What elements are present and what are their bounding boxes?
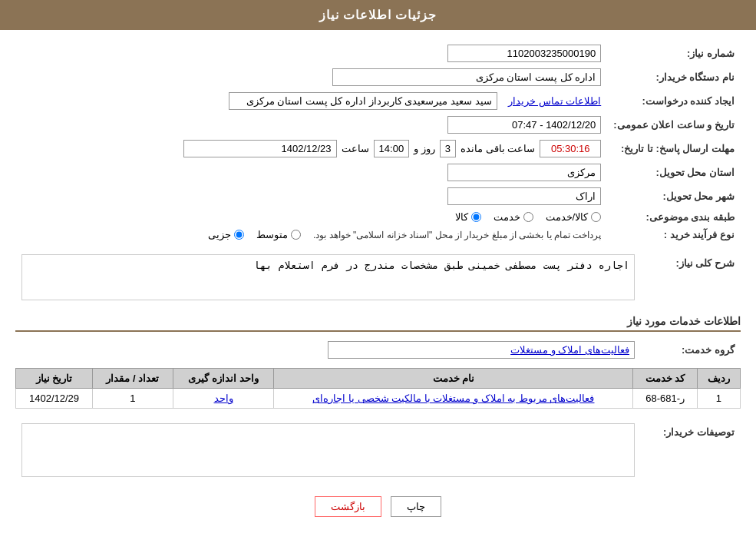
- purchase-label-minor: جزیی: [208, 229, 231, 240]
- creator-value: اطلاعات تماس خریدار سید سعید میرسعیدی کا…: [15, 89, 607, 113]
- services-header-row: ردیف کد خدمت نام خدمت واحد اندازه گیری ت…: [16, 369, 741, 389]
- deadline-time-input[interactable]: 14:00: [374, 140, 410, 157]
- services-table-header: ردیف کد خدمت نام خدمت واحد اندازه گیری ت…: [16, 369, 741, 389]
- page-header: جزئیات اطلاعات نیاز: [0, 0, 756, 30]
- city-value: اراک: [15, 184, 607, 208]
- province-value: مرکزی: [15, 161, 607, 184]
- creator-row: ایجاد کننده درخواست: اطلاعات تماس خریدار…: [15, 89, 741, 113]
- need-number-label: شماره نیاز:: [607, 41, 741, 65]
- purchase-type-value: پرداخت تمام یا بخشی از مبلغ خریدار از مح…: [15, 226, 607, 243]
- footer-buttons: چاپ بازگشت: [15, 496, 741, 517]
- category-option-goods[interactable]: کالا: [455, 211, 481, 223]
- category-options: کالا/خدمت خدمت کالا: [15, 208, 607, 226]
- description-value-cell: اجاره دفتر پست مصطفی خمینی طبق مشخصات من…: [15, 251, 641, 306]
- buyer-notes-row: توصیفات خریدار:: [15, 420, 741, 482]
- province-label: استان محل تحویل:: [607, 161, 741, 184]
- purchase-type-inner: پرداخت تمام یا بخشی از مبلغ خریدار از مح…: [21, 229, 601, 240]
- announcement-date-input[interactable]: 1402/12/20 - 07:47: [447, 116, 601, 134]
- cell-unit: واحد: [173, 389, 274, 409]
- category-option-service-goods[interactable]: کالا/خدمت: [546, 211, 602, 223]
- col-date: تاریخ نیاز: [16, 369, 93, 389]
- category-radio-service-goods[interactable]: [591, 212, 601, 222]
- deadline-days-input[interactable]: 3: [440, 140, 456, 157]
- city-row: شهر محل تحویل: اراک: [15, 184, 741, 208]
- announcement-label: تاریخ و ساعت اعلان عمومی:: [607, 113, 741, 137]
- col-service-code: کد خدمت: [633, 369, 698, 389]
- back-button[interactable]: بازگشت: [315, 496, 381, 517]
- cell-quantity: 1: [93, 389, 173, 409]
- buyer-notes-table: توصیفات خریدار:: [15, 420, 741, 482]
- province-input[interactable]: مرکزی: [447, 164, 601, 181]
- category-label-goods: کالا: [455, 211, 468, 223]
- cell-service-code: ر-681-68: [633, 389, 698, 409]
- buyer-org-label: نام دستگاه خریدار:: [607, 65, 741, 89]
- category-label: طبقه بندی موضوعی:: [607, 208, 741, 226]
- deadline-date-input[interactable]: 1402/12/23: [183, 140, 337, 157]
- col-row-number: ردیف: [697, 369, 740, 389]
- services-table-body: 1 ر-681-68 فعالیت‌های مربوط به املاک و م…: [16, 389, 741, 409]
- category-label-service-goods: کالا/خدمت: [546, 211, 589, 223]
- buyer-notes-label: توصیفات خریدار:: [641, 420, 741, 482]
- services-section-title: اطلاعات خدمات مورد نیاز: [15, 315, 741, 332]
- cell-row-number: 1: [697, 389, 740, 409]
- group-service-row: گروه خدمت: فعالیت‌های املاک و مستغلات: [15, 338, 741, 362]
- table-row: 1 ر-681-68 فعالیت‌های مربوط به املاک و م…: [16, 389, 741, 409]
- col-unit: واحد اندازه گیری: [173, 369, 274, 389]
- purchase-radio-minor[interactable]: [234, 230, 244, 240]
- purchase-type-text: پرداخت تمام یا بخشی از مبلغ خریدار از مح…: [313, 230, 601, 240]
- print-button[interactable]: چاپ: [391, 496, 441, 517]
- purchase-label-medium: متوسط: [256, 229, 288, 240]
- deadline-label: مهلت ارسال پاسخ: تا تاریخ:: [607, 137, 741, 161]
- need-number-value: 1102003235000190: [15, 41, 607, 65]
- description-section: شرح کلی نیاز: اجاره دفتر پست مصطفی خمینی…: [15, 251, 741, 306]
- purchase-radio-medium[interactable]: [291, 230, 301, 240]
- group-service-label: گروه خدمت:: [641, 338, 741, 362]
- buyer-org-value: اداره کل پست استان مرکزی: [15, 65, 607, 89]
- category-radio-group: کالا/خدمت خدمت کالا: [21, 211, 601, 223]
- category-label-service: خدمت: [494, 211, 520, 223]
- purchase-type-row: نوع فرآیند خرید : پرداخت تمام یا بخشی از…: [15, 226, 741, 243]
- services-data-table: ردیف کد خدمت نام خدمت واحد اندازه گیری ت…: [15, 368, 741, 409]
- announcement-row: تاریخ و ساعت اعلان عمومی: 1402/12/20 - 0…: [15, 113, 741, 137]
- service-name-link[interactable]: فعالیت‌های مربوط به املاک و مستغلات با م…: [312, 393, 594, 404]
- cell-service-name: فعالیت‌های مربوط به املاک و مستغلات با م…: [274, 389, 633, 409]
- group-service-link[interactable]: فعالیت‌های املاک و مستغلات: [510, 344, 629, 356]
- city-label: شهر محل تحویل:: [607, 184, 741, 208]
- deadline-inner-row: 05:30:16 ساعت باقی مانده 3 روز و 14:00 س…: [21, 140, 601, 157]
- category-radio-goods[interactable]: [471, 212, 481, 222]
- buyer-notes-textarea[interactable]: [21, 423, 635, 477]
- deadline-days-label: روز و: [414, 143, 435, 154]
- category-row: طبقه بندی موضوعی: کالا/خدمت خدمت: [15, 208, 741, 226]
- purchase-type-label: نوع فرآیند خرید :: [607, 226, 741, 243]
- unit-link[interactable]: واحد: [214, 393, 233, 404]
- group-service-table: گروه خدمت: فعالیت‌های املاک و مستغلات: [15, 338, 741, 362]
- page-title: جزئیات اطلاعات نیاز: [319, 8, 437, 22]
- creator-label: ایجاد کننده درخواست:: [607, 89, 741, 113]
- deadline-row: مهلت ارسال پاسخ: تا تاریخ: 05:30:16 ساعت…: [15, 137, 741, 161]
- deadline-remaining-label: ساعت باقی مانده: [461, 143, 535, 154]
- province-row: استان محل تحویل: مرکزی: [15, 161, 741, 184]
- need-number-row: شماره نیاز: 1102003235000190: [15, 41, 741, 65]
- buyer-notes-value-cell: [15, 420, 641, 482]
- description-row: شرح کلی نیاز: اجاره دفتر پست مصطفی خمینی…: [15, 251, 741, 306]
- category-option-service[interactable]: خدمت: [494, 211, 533, 223]
- group-service-value: فعالیت‌های املاک و مستغلات: [15, 338, 641, 362]
- main-content: شماره نیاز: 1102003235000190 نام دستگاه …: [0, 30, 756, 540]
- creator-link[interactable]: اطلاعات تماس خریدار: [508, 95, 601, 107]
- group-service-input[interactable]: فعالیت‌های املاک و مستغلات: [328, 341, 635, 359]
- purchase-option-medium[interactable]: متوسط: [256, 229, 301, 240]
- col-service-name: نام خدمت: [274, 369, 633, 389]
- creator-input: سید سعید میرسعیدی کاربرداز اداره کل پست …: [229, 92, 497, 110]
- buyer-org-input[interactable]: اداره کل پست استان مرکزی: [332, 68, 601, 86]
- purchase-option-minor[interactable]: جزیی: [208, 229, 244, 240]
- info-table: شماره نیاز: 1102003235000190 نام دستگاه …: [15, 41, 741, 243]
- deadline-time-label: ساعت: [342, 143, 369, 154]
- announcement-date: 1402/12/20 - 07:47: [15, 113, 607, 137]
- need-number-input[interactable]: 1102003235000190: [447, 45, 601, 62]
- page-wrapper: جزئیات اطلاعات نیاز شماره نیاز: 11020032…: [0, 0, 756, 540]
- buyer-org-row: نام دستگاه خریدار: اداره کل پست استان مر…: [15, 65, 741, 89]
- city-input[interactable]: اراک: [447, 187, 601, 205]
- cell-date: 1402/12/29: [16, 389, 93, 409]
- description-textarea[interactable]: اجاره دفتر پست مصطفی خمینی طبق مشخصات من…: [21, 254, 635, 300]
- category-radio-service[interactable]: [523, 212, 533, 222]
